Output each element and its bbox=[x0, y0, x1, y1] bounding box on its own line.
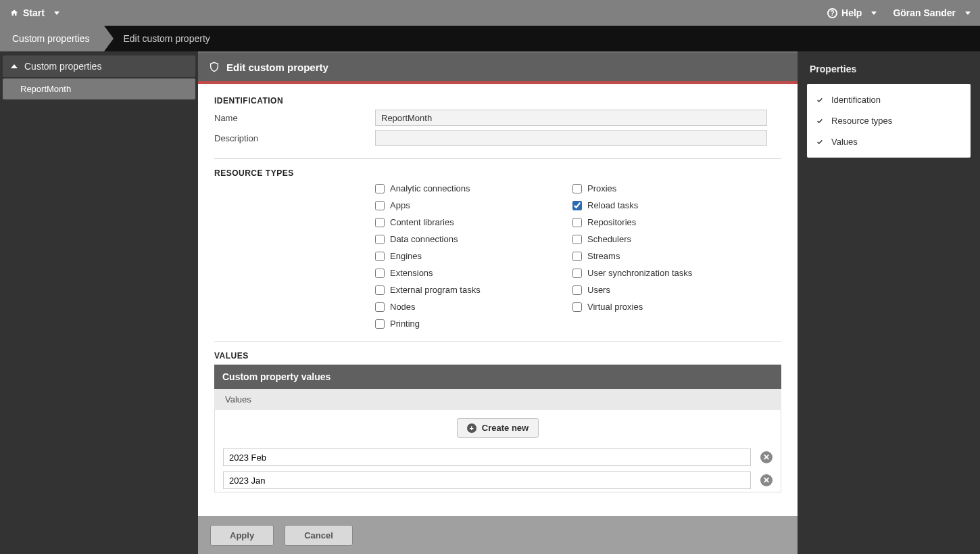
resource-type-content-libraries[interactable]: Content libraries bbox=[375, 217, 572, 227]
description-input[interactable] bbox=[375, 130, 767, 146]
checkbox-label: Printing bbox=[390, 319, 420, 329]
help-menu[interactable]: ? Help bbox=[827, 7, 877, 18]
resource-type-apps[interactable]: Apps bbox=[375, 200, 572, 210]
name-input[interactable] bbox=[375, 110, 767, 126]
delete-value-button[interactable]: ✕ bbox=[760, 451, 773, 463]
nav-section-label: Custom properties bbox=[24, 61, 101, 72]
resource-type-external-program-tasks[interactable]: External program tasks bbox=[375, 285, 572, 295]
checkbox[interactable] bbox=[572, 184, 582, 193]
section-resourcetypes-title: RESOURCE TYPES bbox=[214, 168, 781, 178]
value-input[interactable] bbox=[223, 471, 751, 489]
checkbox[interactable] bbox=[572, 218, 582, 227]
right-panel: Properties IdentificationResource typesV… bbox=[798, 51, 980, 554]
workspace: Custom properties ReportMonth Edit custo… bbox=[0, 51, 980, 554]
checkbox[interactable] bbox=[375, 319, 385, 329]
user-menu[interactable]: Göran Sander bbox=[893, 7, 971, 18]
properties-link-label: Resource types bbox=[831, 116, 892, 126]
checkbox-label: Engines bbox=[390, 251, 422, 261]
shield-icon bbox=[209, 61, 220, 73]
checkbox-label: External program tasks bbox=[390, 285, 481, 295]
checkbox[interactable] bbox=[375, 302, 385, 312]
divider bbox=[214, 341, 781, 342]
center-column: Edit custom property IDENTIFICATION Name… bbox=[198, 51, 798, 554]
checkbox[interactable] bbox=[572, 302, 582, 312]
footer-bar: Apply Cancel bbox=[198, 516, 798, 554]
resource-type-analytic-connections[interactable]: Analytic connections bbox=[375, 183, 572, 193]
delete-value-button[interactable]: ✕ bbox=[760, 474, 773, 486]
values-column-header: Values bbox=[214, 389, 781, 410]
check-icon bbox=[815, 139, 825, 145]
resource-type-data-connections[interactable]: Data connections bbox=[375, 234, 572, 244]
resource-type-virtual-proxies[interactable]: Virtual proxies bbox=[572, 302, 770, 312]
start-label: Start bbox=[23, 7, 45, 18]
resource-type-extensions[interactable]: Extensions bbox=[375, 268, 572, 278]
breadcrumb-label: Custom properties bbox=[12, 33, 89, 44]
checkbox[interactable] bbox=[572, 285, 582, 295]
checkbox[interactable] bbox=[375, 252, 385, 261]
resource-type-nodes[interactable]: Nodes bbox=[375, 302, 572, 312]
nav-section-custom-properties[interactable]: Custom properties bbox=[3, 55, 195, 77]
section-values-title: VALUES bbox=[214, 351, 781, 361]
breadcrumb-custom-properties[interactable]: Custom properties bbox=[0, 26, 104, 51]
checkbox[interactable] bbox=[572, 252, 582, 261]
resource-type-reload-tasks[interactable]: Reload tasks bbox=[572, 200, 770, 210]
resource-type-user-synchronization-tasks[interactable]: User synchronization tasks bbox=[572, 268, 770, 278]
create-new-row: + Create new bbox=[215, 410, 781, 446]
checkbox[interactable] bbox=[572, 269, 582, 278]
resource-type-proxies[interactable]: Proxies bbox=[572, 183, 770, 193]
checkbox[interactable] bbox=[375, 201, 385, 210]
checkbox-label: User synchronization tasks bbox=[587, 268, 692, 278]
resource-type-engines[interactable]: Engines bbox=[375, 251, 572, 261]
start-menu[interactable]: Start bbox=[9, 7, 59, 18]
resource-type-schedulers[interactable]: Schedulers bbox=[572, 234, 770, 244]
checkbox[interactable] bbox=[375, 184, 385, 193]
user-label: Göran Sander bbox=[893, 7, 956, 18]
apply-button[interactable]: Apply bbox=[210, 525, 274, 546]
content-pane: IDENTIFICATION Name Description RESOURCE… bbox=[198, 81, 798, 516]
top-bar: Start ? Help Göran Sander bbox=[0, 0, 980, 26]
cancel-button[interactable]: Cancel bbox=[285, 525, 353, 546]
checkbox-label: Apps bbox=[390, 200, 410, 210]
breadcrumb: Custom properties Edit custom property bbox=[0, 26, 980, 51]
checkbox[interactable] bbox=[375, 285, 385, 295]
checkbox[interactable] bbox=[572, 235, 582, 244]
checkbox[interactable] bbox=[375, 269, 385, 278]
resource-type-repositories[interactable]: Repositories bbox=[572, 217, 770, 227]
help-icon: ? bbox=[827, 8, 837, 18]
checkbox-label: Streams bbox=[587, 251, 620, 261]
properties-title: Properties bbox=[807, 51, 971, 84]
checkbox-label: Data connections bbox=[390, 234, 458, 244]
checkbox-label: Proxies bbox=[587, 183, 616, 193]
page-title: Edit custom property bbox=[226, 62, 328, 73]
chevron-up-icon bbox=[11, 64, 18, 68]
properties-link-values[interactable]: Values bbox=[807, 131, 971, 152]
checkbox-label: Content libraries bbox=[390, 217, 454, 227]
value-row: ✕ bbox=[215, 446, 781, 469]
name-label: Name bbox=[214, 113, 375, 123]
plus-icon: + bbox=[467, 423, 476, 433]
resource-type-printing[interactable]: Printing bbox=[375, 319, 572, 329]
resource-type-users[interactable]: Users bbox=[572, 285, 770, 295]
properties-link-identification[interactable]: Identification bbox=[807, 89, 971, 110]
nav-item-reportmonth[interactable]: ReportMonth bbox=[3, 78, 195, 99]
chevron-down-icon bbox=[871, 11, 877, 15]
checkbox-label: Analytic connections bbox=[390, 183, 470, 193]
values-body: + Create new ✕✕ bbox=[214, 410, 781, 492]
create-new-button[interactable]: + Create new bbox=[457, 418, 539, 438]
properties-link-resource-types[interactable]: Resource types bbox=[807, 110, 971, 131]
checkbox[interactable] bbox=[572, 201, 582, 210]
check-icon bbox=[815, 118, 825, 124]
values-panel: Custom property values Values + Create n… bbox=[214, 365, 781, 492]
resource-types-grid: Analytic connectionsProxiesAppsReload ta… bbox=[375, 183, 781, 329]
breadcrumb-edit-custom-property[interactable]: Edit custom property bbox=[104, 26, 224, 51]
description-label: Description bbox=[214, 133, 375, 143]
chevron-down-icon bbox=[965, 11, 971, 15]
checkbox[interactable] bbox=[375, 218, 385, 227]
checkbox[interactable] bbox=[375, 235, 385, 244]
value-input[interactable] bbox=[223, 448, 751, 466]
checkbox-label: Nodes bbox=[390, 302, 416, 312]
resource-type-streams[interactable]: Streams bbox=[572, 251, 770, 261]
page-header: Edit custom property bbox=[198, 51, 798, 81]
values-panel-title: Custom property values bbox=[214, 365, 781, 389]
field-name-row: Name bbox=[214, 110, 781, 126]
